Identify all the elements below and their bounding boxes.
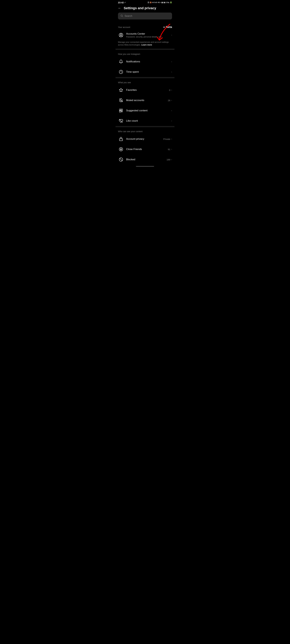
menu-item-suggested-content[interactable]: Suggested content › [116,106,174,116]
status-tick: ✓ [124,2,126,4]
lock-icon [118,136,124,142]
menu-item-muted-accounts[interactable]: Muted accounts 26 › [116,95,174,106]
close-friends-label: Close Friends [126,148,168,151]
search-icon [120,14,123,18]
menu-item-blocked[interactable]: Blocked 189 › [116,154,174,165]
svg-rect-7 [120,109,121,110]
blocked-count: 189 [166,158,170,161]
chevron-right-icon: › [171,158,172,161]
clock-icon [118,69,124,75]
section-header-how-you-use: How you use Instagram [116,50,174,56]
chevron-right-icon: › [171,120,172,122]
favorites-content: Favorites [126,88,169,92]
accounts-center-content: Accounts Center Password, security, pers… [126,32,171,38]
status-icons-text: ⚿ 🔕 ⊕ VoS 4G+ ▮▮ ▮▮ [148,2,166,4]
chevron-right-icon: › [171,60,172,63]
page-header: ← Settings and privacy [116,4,174,12]
battery-icon: 🔋 [170,2,172,4]
favorites-meta: 0 › [169,89,172,92]
like-count-content: Like count [126,119,171,122]
bell-icon [118,58,124,65]
time-spent-content: Time spent [126,70,171,74]
chevron-right-icon: › [171,89,172,92]
section-title-what-you-see: What you see [118,81,131,84]
suggested-content-meta: › [171,109,172,112]
section-title-who-can-see: Who can see your content [118,130,142,133]
notifications-meta: › [171,60,172,63]
section-your-account: Your account ∞ Meta Accounts Center Pass… [116,22,174,49]
search-placeholder: Search [124,15,132,17]
chevron-right-icon: › [171,138,172,140]
menu-item-account-privacy[interactable]: Account privacy Private › [116,134,174,144]
section-how-you-use: How you use Instagram Notifications › [116,50,174,77]
divider-2 [116,77,174,78]
account-privacy-label: Account privacy [126,138,163,140]
bell-muted-icon [118,97,124,103]
svg-rect-9 [120,111,121,112]
svg-line-15 [120,158,122,161]
search-bar[interactable]: Search [118,12,172,20]
person-circle-icon [118,32,124,38]
chevron-right-icon: › [171,99,172,102]
account-privacy-meta: Private › [163,138,172,140]
blocked-meta: 189 › [166,158,172,161]
section-title-how-you-use: How you use Instagram [118,53,140,55]
menu-item-close-friends[interactable]: Close Friends 91 › [116,144,174,154]
divider-3 [116,126,174,127]
like-count-meta: › [171,120,172,122]
divider-1 [116,49,174,50]
page-title: Settings and privacy [124,6,156,10]
notifications-content: Notifications [126,60,171,63]
section-header-who-can-see: Who can see your content [116,127,174,134]
accounts-center-note: Manage your connected experiences and ac… [116,40,174,49]
menu-item-like-count[interactable]: Like count › [116,116,174,126]
svg-rect-11 [120,139,123,141]
chevron-right-icon: › [171,109,172,112]
menu-item-time-spent[interactable]: Time spent › [116,67,174,77]
battery-label: 77% [166,2,169,4]
block-icon [118,156,124,162]
menu-item-accounts-center[interactable]: Accounts Center Password, security, pers… [116,30,174,40]
account-privacy-status: Private [163,138,170,140]
close-friends-meta: 91 › [168,148,172,150]
menu-item-notifications[interactable]: Notifications › [116,56,174,67]
time-spent-label: Time spent [126,70,171,74]
accounts-center-label: Accounts Center [126,32,171,35]
accounts-center-meta: › [171,34,172,36]
menu-item-favorites[interactable]: Favorites 0 › [116,85,174,95]
svg-marker-5 [119,88,123,92]
section-who-can-see: Who can see your content Account privacy… [116,127,174,165]
chevron-right-icon: › [171,70,172,73]
svg-point-12 [119,148,123,151]
svg-marker-13 [120,148,122,150]
section-header-what-you-see: What you see [116,78,174,85]
back-button[interactable]: ← [118,6,121,10]
suggested-content-icon [118,108,124,114]
chevron-right-icon: › [171,148,172,150]
muted-accounts-meta: 26 › [168,99,172,102]
blocked-label: Blocked [126,158,166,161]
svg-rect-8 [121,109,122,110]
section-title-your-account: Your account [118,26,130,28]
muted-count: 26 [168,99,170,102]
suggested-content-content: Suggested content [126,109,171,112]
favorites-count: 0 [169,89,170,92]
time-spent-meta: › [171,70,172,73]
meta-logo: ∞ Meta [163,26,172,29]
section-header-your-account: Your account ∞ Meta [116,22,174,30]
muted-accounts-label: Muted accounts [126,99,168,102]
svg-line-1 [122,16,123,17]
status-bar: 23:42 ✓ ⚿ 🔕 ⊕ VoS 4G+ ▮▮ ▮▮ 77% 🔋 [116,0,174,4]
close-friends-count: 91 [168,148,170,150]
status-icons: ⚿ 🔕 ⊕ VoS 4G+ ▮▮ ▮▮ 77% 🔋 [148,2,172,4]
time-label: 23:42 [118,1,124,4]
status-time: 23:42 ✓ [118,1,126,4]
star-badge-icon [118,146,124,152]
bottom-nav-indicator [116,165,174,169]
section-what-you-see: What you see Favorites 0 › [116,78,174,126]
close-friends-content: Close Friends [126,148,168,151]
muted-accounts-content: Muted accounts [126,99,168,102]
accounts-center-sublabel: Password, security, personal details, ad… [126,36,171,38]
account-privacy-content: Account privacy [126,138,163,140]
learn-more-link[interactable]: Learn more [142,44,152,46]
